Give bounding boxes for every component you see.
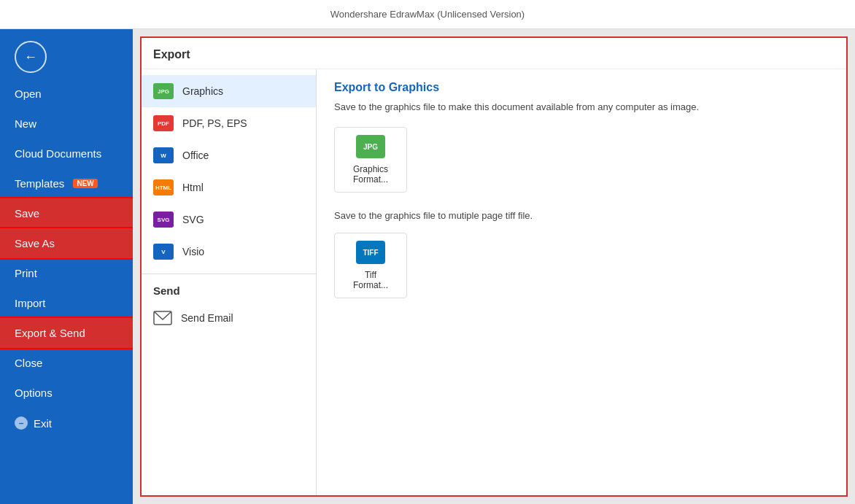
sidebar-item-label: Cloud Documents <box>15 147 101 160</box>
sidebar-item-import[interactable]: Import <box>0 288 133 318</box>
sidebar-item-label: Close <box>15 357 42 369</box>
sidebar-item-print[interactable]: Print <box>0 258 133 288</box>
jpg-icon: JPG <box>153 83 174 99</box>
new-badge: NEW <box>73 179 97 188</box>
sidebar-item-label: New <box>15 117 36 130</box>
nav-item-pdf[interactable]: PDF PDF, PS, EPS <box>142 107 316 139</box>
jpg-badge: JPG <box>356 135 385 158</box>
sidebar-item-label: Exit <box>34 417 52 430</box>
sidebar-item-label: Print <box>15 267 37 279</box>
nav-item-label: PDF, PS, EPS <box>182 117 247 129</box>
sidebar-item-templates[interactable]: Templates NEW <box>0 168 133 198</box>
sidebar-item-close[interactable]: Close <box>0 348 133 378</box>
sidebar-item-label: Import <box>15 297 46 309</box>
export-content: Export to Graphics Save to the graphics … <box>317 69 846 495</box>
tiff-format-card[interactable]: TIFF TiffFormat... <box>334 233 407 298</box>
sidebar-item-label: Open <box>15 88 42 100</box>
html-icon: HTML <box>153 179 174 195</box>
sidebar-item-label: Options <box>15 387 53 399</box>
app-title: Wondershare EdrawMax (Unlicensed Version… <box>330 9 525 20</box>
sidebar-item-open[interactable]: Open <box>0 79 133 109</box>
office-icon: W <box>153 147 174 163</box>
sidebar-item-new[interactable]: New <box>0 109 133 139</box>
nav-item-html[interactable]: HTML Html <box>142 171 316 203</box>
send-email-item[interactable]: Send Email <box>142 303 316 333</box>
nav-item-office[interactable]: W Office <box>142 139 316 171</box>
sidebar-item-label: Export & Send <box>15 327 85 339</box>
pdf-icon: PDF <box>153 115 174 131</box>
tiff-format-options: TIFF TiffFormat... <box>334 233 829 298</box>
nav-item-svg[interactable]: SVG SVG <box>142 203 316 236</box>
sidebar-item-cloud-documents[interactable]: Cloud Documents <box>0 139 133 168</box>
nav-item-label: Visio <box>182 246 204 257</box>
panel-body: JPG Graphics PDF PDF, PS, EPS W Office H… <box>142 69 846 495</box>
back-arrow-icon: ← <box>24 50 37 65</box>
export-section-header: Export <box>142 38 846 69</box>
main-content: Export JPG Graphics PDF PDF, PS, EPS W O… <box>133 29 855 504</box>
nav-item-label: Graphics <box>182 85 223 97</box>
graphics-format-card[interactable]: JPG GraphicsFormat... <box>334 127 407 193</box>
exit-icon: – <box>15 416 28 430</box>
format-card-label: GraphicsFormat... <box>353 164 388 185</box>
nav-item-label: Html <box>182 182 204 193</box>
sidebar-item-save[interactable]: Save <box>0 198 133 228</box>
nav-item-label: SVG <box>182 214 204 225</box>
send-email-label: Send Email <box>181 312 233 324</box>
back-button[interactable]: ← <box>15 41 47 73</box>
nav-item-graphics[interactable]: JPG Graphics <box>142 75 316 107</box>
sidebar-item-save-as[interactable]: Save As <box>0 228 133 258</box>
visio-icon: V <box>153 244 174 260</box>
export-content-title: Export to Graphics <box>334 81 829 94</box>
format-options: JPG GraphicsFormat... <box>334 127 829 193</box>
export-panel: Export JPG Graphics PDF PDF, PS, EPS W O… <box>140 36 848 497</box>
svg-icon: SVG <box>153 212 174 228</box>
sidebar-item-export-send[interactable]: Export & Send <box>0 318 133 348</box>
sidebar-item-label: Templates <box>15 177 64 190</box>
send-section-header: Send <box>142 274 316 303</box>
nav-item-visio[interactable]: V Visio <box>142 236 316 268</box>
tiff-description: Save to the graphics file to mutiple pag… <box>334 210 829 221</box>
nav-item-label: Office <box>182 150 209 161</box>
tiff-card-label: TiffFormat... <box>353 270 388 290</box>
export-content-description: Save to the graphics file to make this d… <box>334 101 829 112</box>
tiff-badge: TIFF <box>356 241 385 264</box>
export-nav: JPG Graphics PDF PDF, PS, EPS W Office H… <box>142 69 317 495</box>
sidebar: ← Open New Cloud Documents Templates NEW… <box>0 29 133 504</box>
email-icon <box>153 311 172 325</box>
sidebar-item-options[interactable]: Options <box>0 378 133 408</box>
sidebar-item-label: Save <box>15 207 39 220</box>
sidebar-item-label: Save As <box>15 237 55 249</box>
sidebar-item-exit[interactable]: – Exit <box>0 408 133 438</box>
title-bar: Wondershare EdrawMax (Unlicensed Version… <box>0 0 855 29</box>
